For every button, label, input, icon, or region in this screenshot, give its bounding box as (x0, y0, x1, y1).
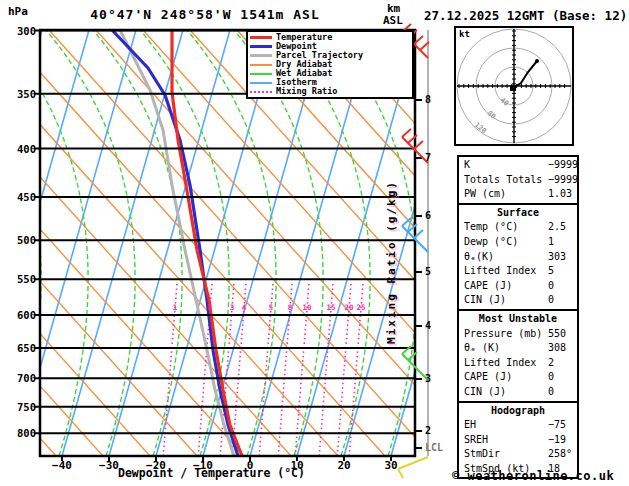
table-row-label: Lifted Index (464, 356, 536, 371)
pressure-tick-label: 350 (2, 88, 36, 100)
km-tick-label: 3 (425, 373, 431, 384)
pressure-tick-label: 600 (2, 309, 36, 321)
table-row-label: Temp (°C) (464, 220, 518, 235)
table-row: CIN (J)0 (459, 385, 577, 400)
table-row: K−9999 (459, 158, 577, 173)
copyright-label: © weatheronline.co.uk (452, 469, 614, 483)
table-row-value: 1 (548, 235, 554, 250)
datetime-label: 27.12.2025 12GMT (Base: 12) (424, 8, 627, 23)
table-section-header: Surface (459, 206, 577, 221)
table-row: CIN (J)0 (459, 293, 577, 308)
table-row-label: CAPE (J) (464, 370, 512, 385)
km-tick-label: 4 (425, 320, 431, 331)
legend-label: Mixing Ratio (276, 87, 337, 96)
table-row-value: 2.5 (548, 220, 566, 235)
km-tick-label: 6 (425, 210, 431, 221)
table-row-value: 308 (548, 341, 566, 356)
mixing-ratio-axis-label: Mixing Ratio (g/kg) (385, 180, 398, 344)
table-row: PW (cm)1.03 (459, 187, 577, 202)
mixing-ratio-value-label: 1 (167, 303, 183, 312)
table-row-label: CIN (J) (464, 293, 506, 308)
mixing-ratio-value-label: 15 (323, 303, 339, 312)
mixing-ratio-value-label: 10 (299, 303, 315, 312)
table-section-header: Most Unstable (459, 312, 577, 327)
km-tick-label: 2 (425, 425, 431, 436)
table-row-label: CIN (J) (464, 385, 506, 400)
table-row-value: −19 (548, 433, 566, 448)
skewt-sounding-page: hPa 40°47'N 248°58'W 1541m ASL km ASL 27… (0, 0, 629, 486)
legend-swatch (250, 91, 272, 93)
legend-swatch (250, 54, 272, 57)
lcl-label: LCL (425, 442, 443, 453)
table-row: Totals Totals−9999 (459, 173, 577, 188)
km-tick-label: 8 (425, 94, 431, 105)
temp-tick-label: −30 (87, 459, 131, 472)
temp-tick-label: 10 (275, 459, 319, 472)
table-row-value: 1.03 (548, 187, 572, 202)
table-row-label: SREH (464, 433, 488, 448)
table-row-value: 2 (548, 356, 554, 371)
pressure-tick-label: 400 (2, 143, 36, 155)
table-row-value: −9999 (548, 158, 578, 173)
table-row-value: −75 (548, 418, 566, 433)
temp-tick-label: −20 (134, 459, 178, 472)
legend-swatch (250, 73, 272, 75)
pressure-tick-label: 750 (2, 401, 36, 413)
legend-swatch (250, 36, 272, 39)
table-row: Temp (°C)2.5 (459, 220, 577, 235)
table-row: θₑ(K)303 (459, 250, 577, 265)
table-row: Pressure (mb)550 (459, 327, 577, 342)
table-row: CAPE (J)0 (459, 279, 577, 294)
legend-row: Wet Adiabat (250, 69, 412, 78)
table-row-value: 0 (548, 370, 554, 385)
table-row-value: 0 (548, 279, 554, 294)
table-row: SREH−19 (459, 433, 577, 448)
table-section: Most UnstablePressure (mb)550θₑ (K)308Li… (459, 309, 577, 401)
legend-row: Mixing Ratio (250, 87, 412, 96)
table-row: CAPE (J)0 (459, 370, 577, 385)
table-row-value: 303 (548, 250, 566, 265)
temp-tick-label: 30 (369, 459, 413, 472)
km-tick-label: 7 (425, 152, 431, 163)
legend-swatch (250, 45, 272, 48)
legend-box: TemperatureDewpointParcel TrajectoryDry … (246, 30, 414, 99)
table-row-value: 0 (548, 293, 554, 308)
page-title: 40°47'N 248°58'W 1541m ASL (40, 7, 370, 22)
table-row-label: Pressure (mb) (464, 327, 542, 342)
table-row: Lifted Index2 (459, 356, 577, 371)
table-row-label: θₑ(K) (464, 250, 494, 265)
pressure-tick-label: 500 (2, 234, 36, 246)
mixing-ratio-value-label: 8 (282, 303, 298, 312)
pressure-tick-label: 450 (2, 191, 36, 203)
pressure-tick-label: 800 (2, 427, 36, 439)
pressure-tick-label: 550 (2, 273, 36, 285)
table-row-label: EH (464, 418, 476, 433)
indices-table: K−9999Totals Totals−9999PW (cm)1.03Surfa… (457, 155, 579, 479)
mixing-ratio-value-label: 5 (263, 303, 279, 312)
table-row-value: 0 (548, 385, 554, 400)
table-row: θₑ (K)308 (459, 341, 577, 356)
table-row-label: K (464, 158, 470, 173)
temp-tick-label: 0 (228, 459, 272, 472)
table-row: Dewp (°C)1 (459, 235, 577, 250)
asl-unit-label: ASL (383, 14, 403, 27)
pressure-unit-label: hPa (8, 5, 28, 18)
table-row-value: 258° (548, 447, 572, 462)
mixing-ratio-value-label: 2 (202, 303, 218, 312)
table-section: HodographEH−75SREH−19StmDir258°StmSpd (k… (459, 401, 577, 478)
pressure-tick-label: 700 (2, 372, 36, 384)
table-row: Lifted Index5 (459, 264, 577, 279)
table-row-label: StmDir (464, 447, 500, 462)
table-row-value: 5 (548, 264, 554, 279)
table-row-label: Dewp (°C) (464, 235, 518, 250)
table-row-value: −9999 (548, 173, 578, 188)
table-row: EH−75 (459, 418, 577, 433)
table-row-value: 550 (548, 327, 566, 342)
table-row-label: CAPE (J) (464, 279, 512, 294)
table-row-label: Totals Totals (464, 173, 542, 188)
temp-tick-label: −40 (40, 459, 84, 472)
table-row-label: Lifted Index (464, 264, 536, 279)
legend-swatch (250, 64, 272, 66)
hodograph-unit-label: kt (459, 29, 470, 39)
table-section-header: Hodograph (459, 404, 577, 419)
